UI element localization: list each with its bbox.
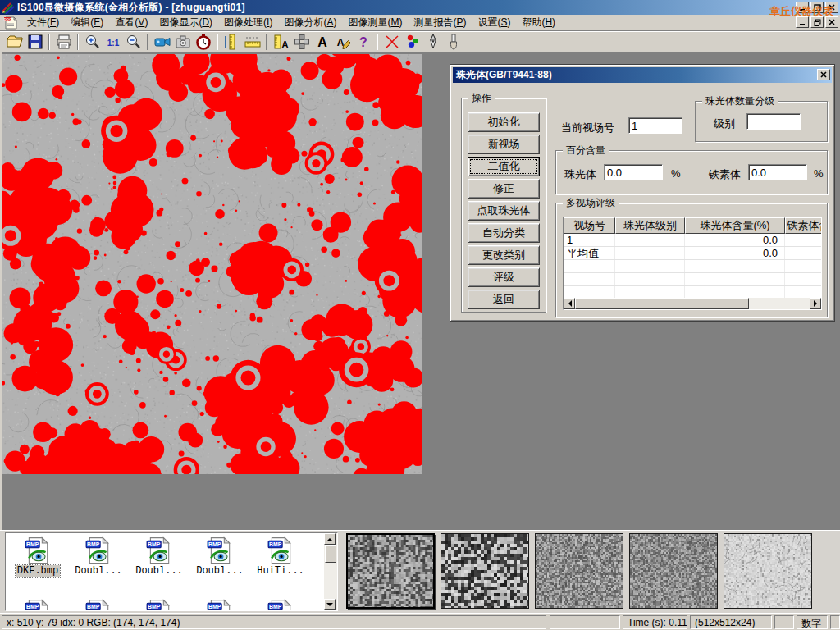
new-field-button[interactable]: 新视场 xyxy=(468,135,540,154)
thumbnail-2[interactable] xyxy=(441,533,529,609)
maximize-button[interactable] xyxy=(810,2,824,13)
caliper-button[interactable] xyxy=(221,33,242,52)
text-edit-button[interactable]: A xyxy=(332,33,353,52)
pen-button[interactable] xyxy=(422,33,443,52)
help-button[interactable]: ? xyxy=(353,33,373,52)
toolbar: 1:1AAA? xyxy=(0,31,840,52)
table-cell xyxy=(615,286,685,299)
menu-item-p[interactable]: 测量报告(P) xyxy=(408,14,472,31)
file-item[interactable]: BMPDoubl... xyxy=(68,535,129,597)
toolbar-separator xyxy=(147,34,148,50)
toolbar-separator xyxy=(48,34,50,50)
file-item-partial[interactable]: BMP xyxy=(189,597,250,611)
status-mode: 数字 xyxy=(797,615,828,629)
menu-item-a[interactable]: 图像分析(A) xyxy=(278,14,342,31)
change-class-button[interactable]: 更改类别 xyxy=(468,245,540,265)
return-button[interactable]: 返回 xyxy=(468,290,540,309)
pearlite-percent-input[interactable] xyxy=(604,164,663,180)
auto-classify-button[interactable]: 自动分类 xyxy=(468,223,540,243)
dialog-title-bar[interactable]: 珠光体(GB/T9441-88) xyxy=(453,67,832,83)
thumbnail-5[interactable] xyxy=(724,533,812,609)
open-button[interactable] xyxy=(4,33,25,52)
grade-button[interactable]: 评级 xyxy=(468,267,540,287)
file-item[interactable]: BMPDKF.bmp xyxy=(7,535,68,597)
svg-text:BMP: BMP xyxy=(208,541,221,547)
svg-text:DOC: DOC xyxy=(4,17,11,21)
file-item[interactable]: BMPHuiTi... xyxy=(250,535,311,597)
minimize-button[interactable] xyxy=(796,2,809,13)
thumbnail-1[interactable] xyxy=(346,533,435,609)
curve-tool-button[interactable] xyxy=(381,33,402,52)
save-button[interactable] xyxy=(25,33,45,52)
table-row[interactable] xyxy=(564,260,821,273)
file-item[interactable]: BMPDoubl... xyxy=(129,535,189,597)
svg-text:BMP: BMP xyxy=(26,541,39,547)
mdi-close-button[interactable] xyxy=(825,16,838,28)
pick-pearlite-button[interactable]: 点取珠光体 xyxy=(468,201,540,221)
file-item-partial[interactable]: BMP xyxy=(250,597,311,611)
menu-item-v[interactable]: 查看(V) xyxy=(109,14,153,31)
table-cell xyxy=(615,260,685,272)
mdi-minimize-button[interactable] xyxy=(796,16,809,28)
scroll-right-button[interactable] xyxy=(810,298,821,309)
scroll-up-button[interactable] xyxy=(324,533,336,545)
video-camera-button[interactable] xyxy=(152,33,172,52)
rating-table[interactable]: 视场号珠光体级别珠光体含量(%)铁素体含量(%) 10.0平均值0.0 xyxy=(563,217,822,310)
table-row[interactable]: 平均值0.0 xyxy=(564,247,821,260)
scroll-down-button[interactable] xyxy=(324,599,336,610)
zoom-in-button[interactable] xyxy=(82,33,103,52)
zoom-out-button[interactable] xyxy=(123,33,144,52)
print-button[interactable] xyxy=(53,33,74,52)
file-item[interactable]: BMPDoubl... xyxy=(189,535,250,597)
table-header-cell: 珠光体级别 xyxy=(615,217,685,234)
pearlite-dialog: 珠光体(GB/T9441-88) 操作 初始化新视场二值化修正点取珠光体自动分类… xyxy=(450,64,835,322)
text-button[interactable]: A xyxy=(312,33,332,52)
table-row[interactable] xyxy=(564,273,821,286)
table-row[interactable]: 10.0 xyxy=(564,234,821,247)
ferrite-percent-input[interactable] xyxy=(748,164,807,180)
file-item-partial[interactable]: BMP xyxy=(68,597,129,611)
binarize-button[interactable]: 二值化 xyxy=(468,157,540,176)
correct-button[interactable]: 修正 xyxy=(468,179,540,199)
image-merge-button[interactable] xyxy=(291,33,312,52)
table-cell xyxy=(785,260,822,272)
menu-item-f[interactable]: 文件(F) xyxy=(21,14,65,31)
percent-group: 百分含量 珠光体 % 铁素体 % xyxy=(555,150,828,194)
mdi-restore-button[interactable] xyxy=(810,16,824,28)
file-label: Doubl... xyxy=(73,565,124,577)
status-time: Time (s): 0.113 xyxy=(623,615,687,629)
file-list: BMPDKF.bmpBMPDoubl...BMPDoubl...BMPDoubl… xyxy=(7,535,311,611)
file-item-partial[interactable]: BMP xyxy=(129,597,189,611)
menu-item-e[interactable]: 编辑(E) xyxy=(65,14,109,31)
menu-item-s[interactable]: 设置(S) xyxy=(472,14,516,31)
menu-item-d[interactable]: 图像显示(D) xyxy=(153,14,218,31)
brush-button[interactable] xyxy=(443,33,463,52)
initialize-button[interactable]: 初始化 xyxy=(468,112,540,132)
grade-input[interactable] xyxy=(746,113,801,130)
close-button[interactable] xyxy=(825,2,838,13)
timer-button[interactable] xyxy=(193,33,213,52)
scroll-left-button[interactable] xyxy=(564,298,575,309)
ruler-button[interactable] xyxy=(242,33,262,52)
current-field-input[interactable] xyxy=(628,117,682,134)
file-scrollbar-thumb[interactable] xyxy=(325,545,336,563)
toolbar-separator xyxy=(266,34,267,50)
binarized-micrograph-image[interactable] xyxy=(2,54,422,474)
file-item-partial[interactable]: BMP xyxy=(7,597,68,611)
dialog-close-button[interactable] xyxy=(817,69,830,80)
file-list-scrollbar[interactable] xyxy=(324,533,337,610)
classify-particles-button[interactable] xyxy=(402,33,422,52)
table-cell: 0.0 xyxy=(685,247,785,259)
thumbnail-4[interactable] xyxy=(629,533,718,609)
camera-button[interactable] xyxy=(172,33,193,52)
table-cell xyxy=(564,260,615,272)
measure-label-button[interactable]: A xyxy=(271,33,291,52)
actual-size-button[interactable]: 1:1 xyxy=(103,33,123,52)
scrollbar-thumb[interactable] xyxy=(575,298,749,309)
file-browser: BMPDKF.bmpBMPDoubl...BMPDoubl...BMPDoubl… xyxy=(5,532,338,611)
menu-item-m[interactable]: 图像测量(M) xyxy=(342,14,408,31)
thumbnail-3[interactable] xyxy=(535,533,623,609)
menu-item-h[interactable]: 帮助(H) xyxy=(516,14,561,31)
menu-item-i[interactable]: 图像处理(I) xyxy=(218,14,278,31)
table-horizontal-scrollbar[interactable] xyxy=(564,298,821,309)
